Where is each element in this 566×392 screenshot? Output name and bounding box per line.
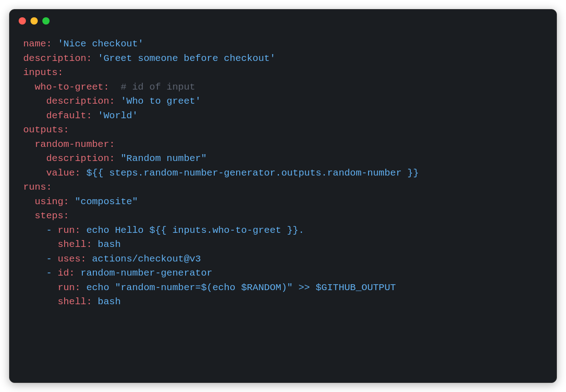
code-token (109, 82, 121, 92)
code-token: random-number-generator (81, 268, 212, 278)
code-token: id: (58, 268, 75, 278)
code-token: description: (23, 53, 92, 64)
code-token (115, 153, 121, 164)
code-token: description: (46, 153, 115, 164)
code-token: default: (46, 111, 92, 121)
code-token: actions/checkout@v3 (92, 254, 201, 264)
code-token: using: (35, 196, 69, 207)
code-token (81, 282, 86, 293)
code-token: uses: (58, 254, 86, 264)
code-token: 'Who to greet' (121, 96, 201, 106)
code-token (75, 268, 81, 278)
minimize-button[interactable] (30, 17, 38, 25)
code-token (86, 254, 92, 264)
code-token: value: (46, 168, 81, 178)
code-token: steps: (35, 211, 69, 221)
code-token: random-number: (35, 139, 115, 150)
code-token: run: (58, 225, 81, 236)
code-token: echo "random-number=$(echo $RANDOM)" >> … (86, 282, 396, 293)
code-token: runs: (23, 182, 52, 192)
code-token (115, 96, 121, 106)
code-token: "composite" (75, 196, 138, 207)
code-token: description: (46, 96, 115, 106)
code-token: - (46, 225, 57, 236)
code-token: run: (58, 282, 81, 293)
code-token: # id of input (121, 82, 195, 92)
code-token: 'World' (98, 111, 138, 121)
code-content: name: 'Nice checkout' description: 'Gree… (10, 32, 556, 323)
code-token: name: (23, 39, 52, 49)
title-bar (10, 10, 556, 32)
code-token (92, 53, 98, 64)
code-token: inputs: (23, 67, 63, 78)
code-token (81, 168, 86, 178)
code-token (92, 239, 98, 250)
code-token: ${{ steps.random-number-generator.output… (86, 168, 419, 178)
code-token: "Random number" (121, 153, 207, 164)
code-token: - (46, 268, 57, 278)
code-token (81, 225, 86, 236)
code-token: - (46, 254, 57, 264)
code-token (52, 39, 58, 49)
code-token: who-to-greet: (35, 82, 109, 92)
code-token: 'Greet someone before checkout' (98, 53, 276, 64)
code-token (69, 196, 75, 207)
code-token (92, 297, 98, 307)
code-token: bash (98, 297, 121, 307)
code-token (92, 111, 98, 121)
code-token: shell: (58, 297, 92, 307)
terminal-window: name: 'Nice checkout' description: 'Gree… (9, 9, 557, 383)
code-token: 'Nice checkout' (58, 39, 144, 49)
code-token: outputs: (23, 125, 69, 135)
close-button[interactable] (19, 17, 26, 25)
maximize-button[interactable] (42, 17, 50, 25)
code-token: bash (98, 239, 121, 250)
code-token: shell: (58, 239, 92, 250)
code-token: echo Hello ${{ inputs.who-to-greet }}. (86, 225, 304, 236)
